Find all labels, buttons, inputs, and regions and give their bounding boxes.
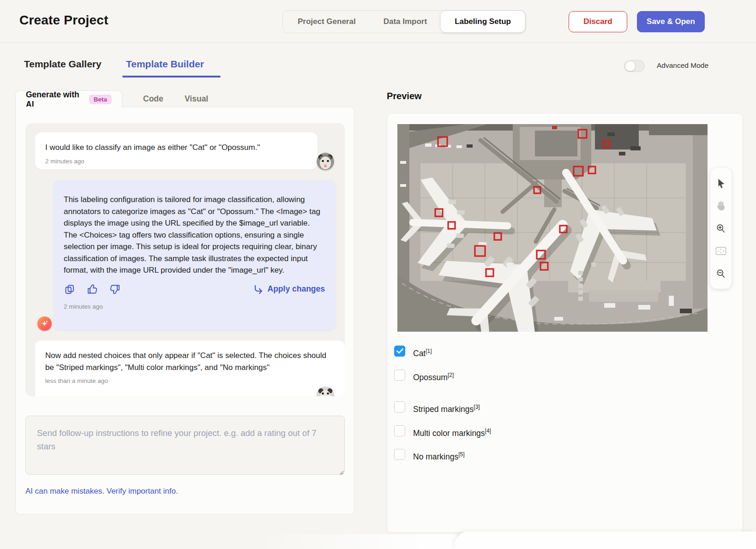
tab-labeling-setup[interactable]: Labeling Setup [441,11,525,32]
tab-project-general[interactable]: Project General [284,11,370,32]
choice-label: Multi color markings [413,429,485,438]
assistant-actions: Apply changes [64,283,325,295]
zoom-out-icon[interactable] [714,267,728,280]
choice-opossum[interactable]: Opossum[2] [394,370,454,383]
checkbox-checked[interactable] [394,346,405,357]
apply-changes-label: Apply changes [268,284,325,294]
pan-hand-icon[interactable] [714,199,728,213]
apply-changes-button[interactable]: Apply changes [253,284,325,294]
cursor-icon[interactable] [714,176,728,190]
tab-template-gallery[interactable]: Template Gallery [24,59,102,70]
choice-hotkey: [5] [458,451,464,458]
preview-title: Preview [387,91,422,101]
choice-striped-markings[interactable]: Striped markings[3] [394,401,480,415]
message-text: I would like to classify an image as eit… [45,142,307,154]
message-timestamp: 2 minutes ago [64,303,325,310]
bottom-sheet-edge [455,531,756,549]
tab-generate-with-ai[interactable]: Generate with AI Beta [15,90,122,108]
tab-template-builder[interactable]: Template Builder [126,59,204,70]
choice-label: No markings [413,452,458,461]
zoom-in-icon[interactable] [714,221,728,235]
choice-cat[interactable]: Cat[1] [394,346,432,359]
tab-data-import[interactable]: Data Import [370,11,441,32]
choice-hotkey: [3] [474,404,480,410]
preview-image[interactable] [397,124,708,332]
message-timestamp: less than a minute ago [45,377,335,384]
ai-disclaimer-link[interactable]: AI can make mistakes. Verify important i… [25,487,178,496]
copy-icon[interactable] [64,283,76,295]
choice-hotkey: [2] [448,372,454,378]
choice-hotkey: [1] [426,348,432,354]
apply-changes-arrow-icon [253,284,263,294]
thumbs-up-icon[interactable] [86,283,98,295]
advanced-mode-toggle[interactable] [624,60,645,72]
checkbox-unchecked[interactable] [394,449,405,460]
thumbs-down-icon[interactable] [109,283,121,295]
chat-message-assistant: This labeling configuration is tailored … [54,180,336,330]
ai-sparkle-avatar [37,316,52,331]
choice-label: Striped markings [413,405,474,414]
generate-with-ai-panel: I would like to classify an image as eit… [15,107,354,514]
preview-panel: Cat[1] Opossum[2] Striped markings[3] Mu… [387,113,743,533]
page-title: Create Project [19,13,108,28]
choice-multi-color-markings[interactable]: Multi color markings[4] [394,425,491,439]
chat-message-user-1: I would like to classify an image as eit… [35,132,318,169]
followup-input[interactable] [25,416,345,475]
tab-code[interactable]: Code [143,94,163,104]
checkbox-unchecked[interactable] [394,425,405,436]
chat-history: I would like to classify an image as eit… [25,123,345,396]
choice-label: Opossum [413,373,448,382]
beta-badge: Beta [89,95,112,104]
toggle-knob [625,61,635,71]
tab-visual[interactable]: Visual [185,94,208,104]
header: Create Project Project General Data Impo… [0,0,756,43]
opossum-avatar [317,153,334,170]
advanced-mode-label: Advanced Mode [657,61,708,70]
message-text: Now add nested choices that only appear … [45,350,335,373]
message-timestamp: 2 minutes ago [45,158,307,165]
checkbox-unchecked[interactable] [394,370,405,381]
assistant-message-text: This labeling configuration is tailored … [64,194,325,276]
fit-screen-icon[interactable] [714,244,728,258]
bottom-sheet-fade [258,534,457,549]
chat-message-user-2: Now add nested choices that only appear … [35,340,345,396]
wizard-step-tabs: Project General Data Import Labeling Set… [282,10,526,33]
checkbox-unchecked[interactable] [394,401,405,412]
discard-button[interactable]: Discard [569,11,627,32]
choice-no-markings[interactable]: No markings[5] [394,449,465,462]
choice-label: Cat [413,349,426,358]
active-tab-underline [122,76,221,78]
preview-toolbar [710,168,732,289]
choice-hotkey: [4] [485,428,491,434]
save-open-button[interactable]: Save & Open [637,11,705,32]
